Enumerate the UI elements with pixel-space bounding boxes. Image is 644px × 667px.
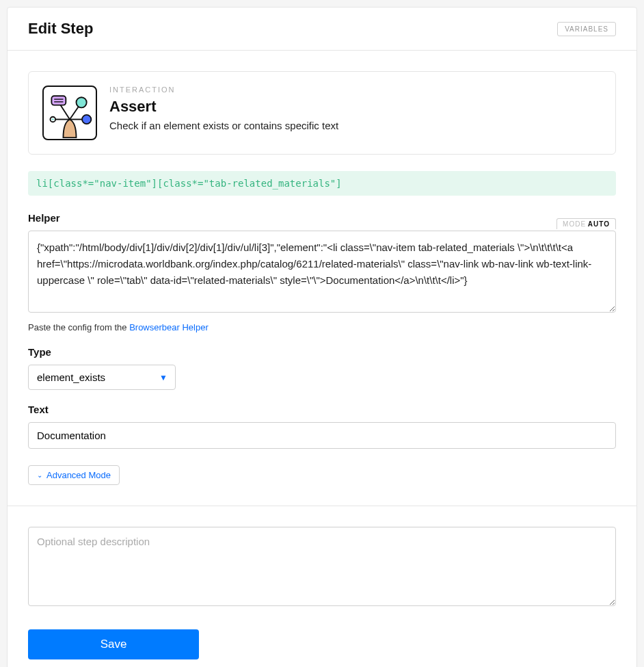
text-label: Text [28,404,616,415]
advanced-mode-label: Advanced Mode [46,470,111,480]
save-button[interactable]: Save [28,629,199,659]
type-select[interactable]: element_exists [28,365,176,390]
advanced-mode-button[interactable]: ⌄ Advanced Mode [28,465,120,485]
interaction-description: Check if an element exists or contains s… [109,120,338,131]
helper-hint: Paste the config from the Browserbear He… [28,322,616,332]
mode-label: MODE [563,220,586,228]
type-label: Type [28,346,616,358]
helper-input[interactable] [28,231,616,313]
variables-button[interactable]: VARIABLES [557,22,616,36]
chevron-down-icon: ⌄ [37,471,42,479]
helper-label: Helper [28,212,616,224]
interaction-text: INTERACTION Assert Check if an element e… [109,86,338,140]
svg-point-10 [52,118,54,120]
interaction-overline: INTERACTION [109,86,338,94]
svg-point-7 [77,97,87,107]
mode-badge[interactable]: MODE AUTO [556,218,616,229]
interaction-summary: INTERACTION Assert Check if an element e… [28,71,616,155]
svg-point-8 [82,115,91,124]
svg-rect-4 [51,96,66,105]
helper-hint-text: Paste the config from the [28,322,129,332]
divider [8,506,636,506]
helper-wrapper: MODE AUTO [28,231,616,315]
assert-icon [42,86,97,140]
browserbear-helper-link[interactable]: Browserbear Helper [129,322,209,332]
page-title: Edit Step [28,20,93,38]
mode-value: AUTO [588,220,610,228]
card-header: Edit Step VARIABLES [8,8,636,51]
css-selector-display: li[class*="nav-item"][class*="tab-relate… [28,171,616,196]
description-input[interactable] [28,527,616,606]
card-body: INTERACTION Assert Check if an element e… [8,51,636,667]
edit-step-card: Edit Step VARIABLES [7,7,637,667]
text-input[interactable] [28,422,616,449]
interaction-title: Assert [109,98,338,116]
type-select-wrap: element_exists ▼ [28,365,176,390]
